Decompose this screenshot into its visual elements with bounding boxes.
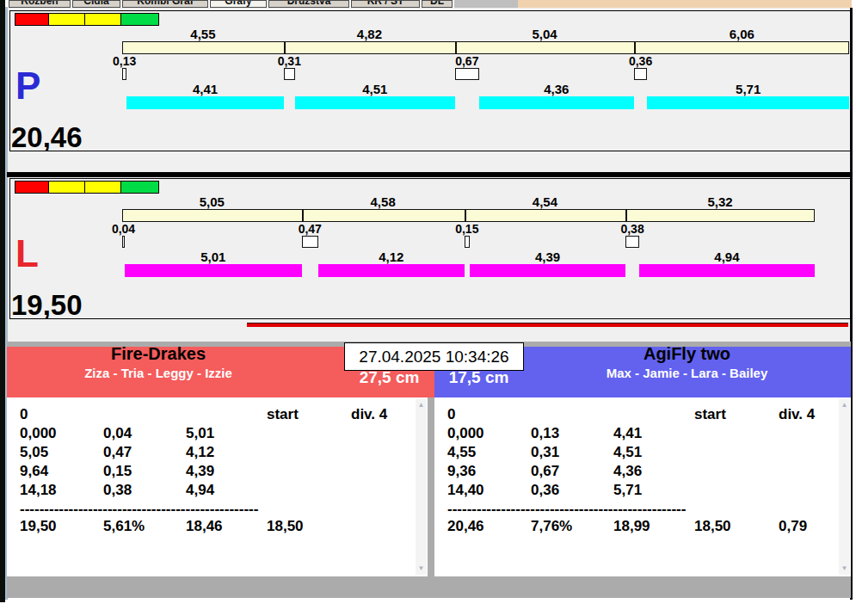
result-cell: 4,41 <box>613 425 642 442</box>
result-cell: 4,12 <box>186 444 214 461</box>
legend-swatch-2 <box>84 181 121 194</box>
changeover-loss-box <box>302 236 318 248</box>
dog-time-bar <box>479 96 634 109</box>
changeover-loss-label: 0,36 <box>615 54 667 68</box>
tab-label: DL <box>422 0 452 7</box>
results-table-left-scrollbar[interactable]: ▲ ▼ <box>416 399 427 575</box>
result-cell: 0 <box>20 406 28 423</box>
total-cell: 20,46 <box>447 518 484 535</box>
result-cell: 5,01 <box>186 425 214 442</box>
result-cell: 0,04 <box>103 425 132 442</box>
result-cell: 0,000 <box>20 425 57 442</box>
team-left-members: Ziza - Tria - Leggy - Izzie <box>7 366 310 380</box>
dog-time-bar <box>639 264 815 277</box>
tab-grafy[interactable]: Grafy <box>210 0 267 8</box>
dog-time-bar <box>470 264 625 277</box>
legend-swatch-3 <box>120 181 159 194</box>
result-cell: 5,05 <box>20 444 48 461</box>
split-tick <box>625 209 627 222</box>
results-table-left: ▲ ▼ 0startdiv. 40,0000,045,015,050,474,1… <box>7 397 428 576</box>
result-cell: 14,18 <box>20 482 57 499</box>
lane-L-total-time: 19,50 <box>11 291 83 320</box>
dog-time-label: 5,01 <box>125 249 302 264</box>
result-cell: 0,13 <box>531 425 559 442</box>
tab-label: KR / ST <box>352 0 419 7</box>
scroll-down-icon[interactable]: ▼ <box>839 563 850 575</box>
tab-label: Cidla <box>73 0 120 7</box>
dog-time-label: 4,41 <box>126 82 284 96</box>
tab-label: Grafy <box>211 0 266 7</box>
changeover-loss-label: 0,31 <box>263 54 315 68</box>
result-cell: 4,39 <box>186 463 214 480</box>
changeover-loss-box <box>625 236 639 248</box>
tab-druzstva[interactable]: Druzstva <box>268 0 349 8</box>
result-cell: 0,000 <box>447 425 484 442</box>
result-cell: div. 4 <box>779 406 815 423</box>
result-cell: 0,31 <box>531 444 559 461</box>
team-left-name: Fire-Drakes <box>7 344 310 364</box>
scroll-down-icon[interactable]: ▼ <box>416 563 427 575</box>
red-progress-line <box>247 323 848 327</box>
legend-swatch-0 <box>15 13 49 26</box>
changeover-loss-label: 0,13 <box>99 54 151 68</box>
results-table-right: ▲ ▼ 0startdiv. 40,0000,134,414,550,314,5… <box>434 397 851 576</box>
changeover-loss-box <box>122 68 126 80</box>
tab-kr-st[interactable]: KR / ST <box>351 0 420 8</box>
tab-label: Rozbeh <box>9 0 70 7</box>
result-cell: 14,40 <box>447 482 484 499</box>
totals-separator: ----------------------------------------… <box>20 501 259 516</box>
dog-time-bar <box>295 96 455 109</box>
tab-cidla[interactable]: Cidla <box>72 0 120 8</box>
split-tick <box>302 209 304 222</box>
split-tick <box>465 209 466 222</box>
lane-L-letter: L <box>15 235 39 273</box>
split-tick <box>634 41 636 54</box>
split-time-label: 4,82 <box>284 27 455 41</box>
total-cell: 0,79 <box>779 518 807 535</box>
split-tick <box>455 41 457 54</box>
result-cell: 4,55 <box>447 444 476 461</box>
totals-separator: ----------------------------------------… <box>447 501 687 516</box>
split-time-label: 6,06 <box>634 27 849 41</box>
result-cell: 0,67 <box>531 463 559 480</box>
changeover-loss-label: 0,47 <box>284 222 336 236</box>
tab-label: Kombi Graf <box>123 0 207 7</box>
split-time-label: 5,05 <box>122 194 302 209</box>
split-time-label: 5,32 <box>625 194 815 209</box>
dog-time-bar <box>126 96 284 109</box>
team-right-jump-height: 17,5 cm <box>434 368 523 387</box>
dog-time-bar <box>318 264 465 277</box>
scroll-up-icon[interactable]: ▲ <box>839 399 850 411</box>
result-cell: 0,36 <box>531 482 559 499</box>
team-right-name: AgiFly two <box>523 344 851 364</box>
changeover-loss-label: 0,04 <box>98 222 150 236</box>
legend-swatch-1 <box>48 13 85 26</box>
changeover-loss-label: 0,38 <box>607 222 658 236</box>
team-right-members: Max - Jamie - Lara - Bailey <box>523 366 851 380</box>
scroll-up-icon[interactable]: ▲ <box>416 399 427 411</box>
split-tick <box>284 41 286 54</box>
tab-kombi-graf[interactable]: Kombi Graf <box>122 0 208 8</box>
result-cell: start <box>694 406 726 423</box>
results-table-right-scrollbar[interactable]: ▲ ▼ <box>839 399 850 575</box>
total-cell: 18,50 <box>267 518 304 535</box>
changeover-loss-box <box>455 68 479 80</box>
result-cell: 0,47 <box>103 444 132 461</box>
flyball-timing-window: RozbehCidlaKombi GrafGrafyDruzstvaKR / S… <box>0 0 856 616</box>
result-cell: 0,15 <box>103 463 132 480</box>
result-cell: 9,36 <box>447 463 476 480</box>
total-cell: 18,99 <box>613 518 650 535</box>
legend-swatch-0 <box>15 181 49 194</box>
lane-L-split-bar <box>122 209 815 222</box>
total-cell: 18,46 <box>186 518 223 535</box>
result-cell: 0,38 <box>103 482 132 499</box>
tab-rozbeh[interactable]: Rozbeh <box>9 0 71 8</box>
legend-swatch-3 <box>120 13 159 26</box>
dog-time-bar <box>647 96 849 109</box>
result-cell: 5,71 <box>613 482 642 499</box>
total-cell: 7,76% <box>531 518 572 535</box>
tab-dl[interactable]: DL <box>422 0 453 8</box>
result-cell: div. 4 <box>351 406 387 423</box>
dog-time-label: 4,12 <box>318 249 465 264</box>
changeover-loss-box <box>634 68 647 80</box>
